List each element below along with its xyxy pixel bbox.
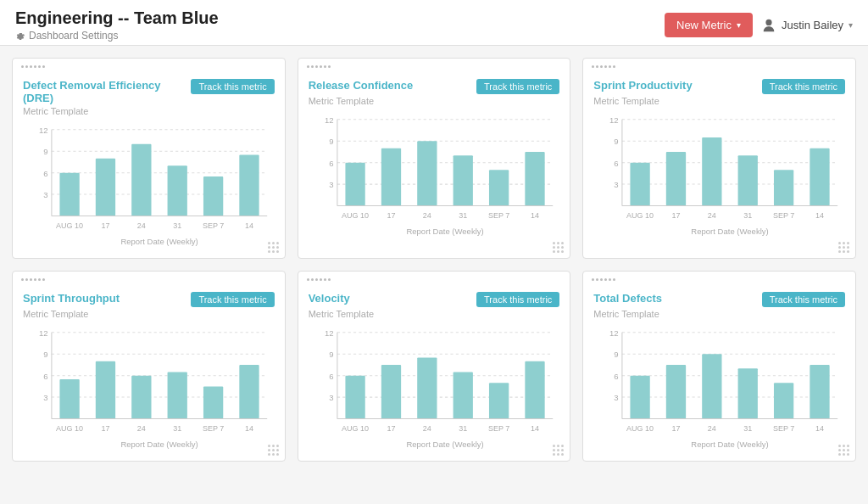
metric-card-total-defects: Total Defects Track this metric Metric T…: [582, 271, 856, 462]
card-header: Sprint Throughput Track this metric: [23, 292, 275, 307]
resize-handle[interactable]: [553, 445, 563, 456]
header-left: Engineering -- Team Blue Dashboard Setti…: [15, 8, 219, 42]
resize-handle[interactable]: [268, 242, 278, 253]
drag-handle[interactable]: [307, 278, 331, 281]
card-header: Velocity Track this metric: [309, 292, 560, 307]
resize-handle[interactable]: [838, 242, 849, 253]
svg-text:6: 6: [43, 372, 47, 381]
svg-text:31: 31: [173, 221, 181, 230]
svg-rect-36: [453, 155, 472, 205]
page-subtitle: Dashboard Settings: [15, 30, 219, 42]
svg-rect-11: [131, 144, 151, 216]
card-title: Sprint Productivity: [593, 79, 692, 92]
svg-text:AUG 10: AUG 10: [342, 211, 369, 220]
svg-rect-81: [59, 379, 79, 419]
svg-text:6: 6: [615, 372, 619, 381]
svg-rect-83: [131, 376, 151, 419]
card-header: Defect Removal Efficiency (DRE) Track th…: [23, 79, 275, 104]
chart-area: 36912AUG 10172431SEP 714Report Date (Wee…: [309, 109, 560, 241]
drag-handle[interactable]: [592, 278, 615, 281]
svg-rect-85: [203, 386, 223, 418]
svg-text:6: 6: [615, 159, 619, 168]
svg-text:3: 3: [615, 393, 619, 402]
svg-rect-110: [525, 361, 544, 419]
track-metric-button[interactable]: Track this metric: [476, 79, 559, 94]
svg-rect-57: [631, 163, 650, 206]
svg-text:9: 9: [615, 350, 619, 359]
svg-text:SEP 7: SEP 7: [773, 211, 794, 220]
svg-text:9: 9: [329, 137, 333, 146]
svg-text:SEP 7: SEP 7: [488, 211, 509, 220]
svg-text:3: 3: [329, 180, 333, 189]
card-subtitle: Metric Template: [23, 309, 275, 319]
svg-rect-132: [738, 368, 758, 418]
svg-rect-129: [631, 376, 650, 419]
svg-text:14: 14: [531, 211, 539, 220]
card-subtitle: Metric Template: [23, 106, 275, 116]
page-header: Engineering -- Team Blue Dashboard Setti…: [0, 0, 868, 46]
svg-text:14: 14: [815, 424, 824, 433]
drag-handle[interactable]: [21, 65, 45, 68]
svg-rect-106: [381, 365, 400, 419]
card-header: Sprint Productivity Track this metric: [593, 79, 845, 94]
svg-rect-14: [239, 154, 259, 216]
svg-text:9: 9: [43, 147, 47, 156]
page-title: Engineering -- Team Blue: [15, 8, 219, 28]
dropdown-caret: ▾: [737, 20, 741, 30]
chart-area: 36912AUG 10172431SEP 714Report Date (Wee…: [309, 322, 560, 454]
chart-area: 36912AUG 10172431SEP 714Report Date (Wee…: [23, 322, 275, 454]
svg-text:17: 17: [672, 424, 681, 433]
svg-rect-38: [525, 152, 544, 206]
track-metric-button[interactable]: Track this metric: [762, 79, 845, 94]
svg-text:31: 31: [744, 424, 753, 433]
resize-handle[interactable]: [838, 445, 849, 456]
svg-text:12: 12: [39, 126, 48, 135]
svg-rect-84: [168, 372, 187, 418]
card-subtitle: Metric Template: [593, 96, 845, 106]
svg-text:31: 31: [173, 424, 181, 433]
svg-rect-59: [703, 137, 722, 206]
svg-text:24: 24: [423, 424, 431, 433]
svg-rect-107: [417, 357, 437, 418]
drag-handle[interactable]: [21, 278, 45, 281]
svg-rect-35: [417, 141, 437, 205]
svg-text:SEP 7: SEP 7: [203, 221, 224, 230]
drag-handle[interactable]: [307, 65, 331, 68]
svg-rect-13: [203, 176, 223, 216]
metric-card-dre: Defect Removal Efficiency (DRE) Track th…: [12, 58, 286, 259]
track-metric-button[interactable]: Track this metric: [762, 292, 845, 307]
user-menu[interactable]: Justin Bailey ▾: [761, 18, 853, 33]
svg-text:SEP 7: SEP 7: [203, 424, 224, 433]
svg-rect-134: [810, 365, 830, 419]
track-metric-button[interactable]: Track this metric: [191, 292, 274, 307]
svg-rect-82: [96, 361, 115, 419]
svg-text:3: 3: [43, 190, 47, 199]
track-metric-button[interactable]: Track this metric: [191, 79, 274, 94]
svg-rect-62: [810, 148, 830, 206]
card-header: Total Defects Track this metric: [593, 292, 845, 307]
svg-text:17: 17: [101, 221, 109, 230]
header-right: New Metric ▾ Justin Bailey ▾: [665, 13, 853, 37]
svg-text:Report Date (Weekly): Report Date (Weekly): [120, 237, 198, 246]
svg-text:9: 9: [43, 350, 47, 359]
svg-text:Report Date (Weekly): Report Date (Weekly): [692, 227, 769, 236]
svg-text:24: 24: [137, 424, 146, 433]
svg-text:17: 17: [672, 211, 681, 220]
card-subtitle: Metric Template: [309, 309, 560, 319]
svg-text:12: 12: [39, 328, 48, 338]
metric-card-sprint-productivity: Sprint Productivity Track this metric Me…: [582, 58, 856, 259]
resize-handle[interactable]: [268, 445, 278, 456]
gear-icon: [15, 31, 25, 41]
svg-text:12: 12: [609, 115, 619, 125]
svg-text:17: 17: [101, 424, 109, 433]
new-metric-button[interactable]: New Metric ▾: [665, 13, 753, 37]
drag-handle[interactable]: [592, 65, 615, 68]
track-metric-button[interactable]: Track this metric: [476, 292, 559, 307]
svg-text:31: 31: [459, 424, 467, 433]
user-icon: [761, 18, 776, 33]
metric-card-sprint-throughput: Sprint Throughput Track this metric Metr…: [12, 271, 286, 462]
svg-text:AUG 10: AUG 10: [626, 424, 654, 433]
svg-text:17: 17: [387, 424, 395, 433]
svg-text:SEP 7: SEP 7: [488, 424, 509, 433]
resize-handle[interactable]: [553, 242, 563, 253]
